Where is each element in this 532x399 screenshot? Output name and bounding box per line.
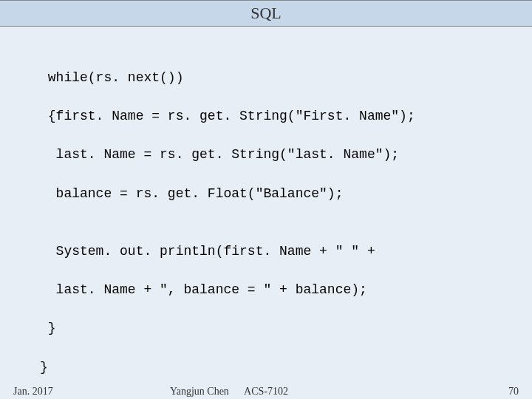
- slide-title: SQL: [250, 4, 282, 23]
- code-line: balance = rs. get. Float("Balance");: [0, 184, 532, 203]
- slide-header: SQL: [0, 0, 532, 27]
- footer-course: ACS-7102: [244, 386, 288, 397]
- code-line: last. Name + ", balance = " + balance);: [0, 280, 532, 299]
- code-line: {first. Name = rs. get. String("First. N…: [0, 106, 532, 126]
- footer-page-number: 70: [508, 386, 519, 398]
- code-line: while(rs. next()): [0, 68, 532, 87]
- code-line: last. Name = rs. get. String("last. Name…: [0, 145, 532, 164]
- code-line: System. out. println(first. Name + " " +: [0, 242, 532, 261]
- code-block: while(rs. next()) {first. Name = rs. get…: [0, 27, 532, 399]
- footer-date: Jan. 2017: [13, 386, 53, 398]
- footer-author: Yangjun Chen: [170, 386, 229, 397]
- code-line: }: [0, 358, 532, 377]
- code-line: }: [0, 318, 532, 338]
- footer-author-course: Yangjun Chen ACS-7102: [170, 386, 288, 398]
